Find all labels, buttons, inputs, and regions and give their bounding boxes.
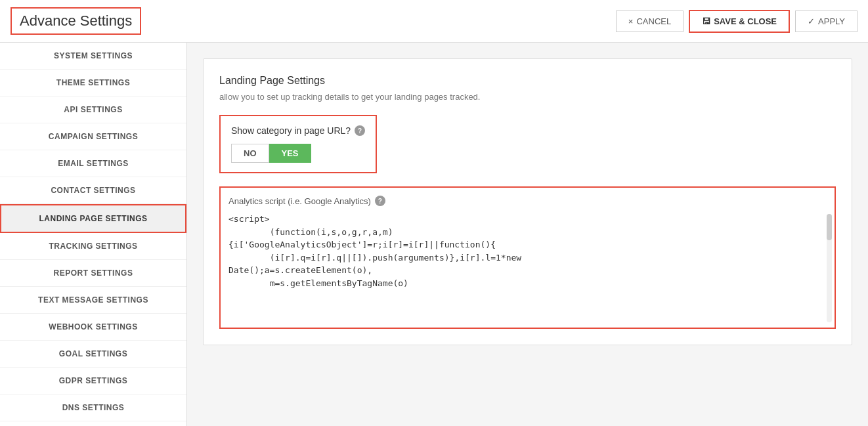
sidebar-item-campaign-settings[interactable]: CAMPAIGN SETTINGS <box>0 123 186 150</box>
apply-icon: ✓ <box>808 16 815 26</box>
sidebar-item-api-settings[interactable]: API SETTINGS <box>0 96 186 123</box>
sidebar-item-landing-page-settings[interactable]: LANDING PAGE SETTINGS <box>0 204 186 233</box>
sidebar-item-goal-settings[interactable]: GOAL SETTINGS <box>0 341 186 368</box>
sidebar-item-channel-frequency-setting[interactable]: CHANNEL FREQUENCY SETTING <box>0 421 186 426</box>
sidebar-item-email-settings[interactable]: EMAIL SETTINGS <box>0 150 186 177</box>
sidebar-item-gdpr-settings[interactable]: GDPR SETTINGS <box>0 368 186 394</box>
content-card-title: Landing Page Settings <box>219 75 836 87</box>
cancel-button[interactable]: × CANCEL <box>616 11 684 32</box>
sidebar-item-tracking-settings[interactable]: TRACKING SETTINGS <box>0 233 186 260</box>
sidebar-item-dns-settings[interactable]: DNS SETTINGS <box>0 394 186 421</box>
toggle-help-icon[interactable]: ? <box>355 125 365 136</box>
main-layout: SYSTEM SETTINGSTHEME SETTINGSAPI SETTING… <box>0 43 868 426</box>
sidebar-item-theme-settings[interactable]: THEME SETTINGS <box>0 70 186 96</box>
toggle-yes-button[interactable]: YES <box>269 144 311 163</box>
sidebar-item-webhook-settings[interactable]: WEBHOOK SETTINGS <box>0 314 186 341</box>
toggle-label: Show category in page URL? ? <box>231 125 365 136</box>
content-card-desc: allow you to set up tracking details to … <box>219 92 836 102</box>
cancel-icon: × <box>628 16 634 26</box>
main-content: Landing Page Settings allow you to set u… <box>187 43 868 426</box>
save-close-button[interactable]: 🖫 SAVE & CLOSE <box>689 10 790 33</box>
header: Advance Settings × CANCEL 🖫 SAVE & CLOSE… <box>0 0 868 43</box>
toggle-no-button[interactable]: NO <box>231 144 269 163</box>
sidebar-item-system-settings[interactable]: SYSTEM SETTINGS <box>0 43 186 70</box>
analytics-section: Analytics script (i.e. Google Analytics)… <box>219 186 836 329</box>
scrollbar-track <box>827 214 832 322</box>
sidebar-item-contact-settings[interactable]: CONTACT SETTINGS <box>0 177 186 204</box>
analytics-label: Analytics script (i.e. Google Analytics)… <box>228 196 827 206</box>
content-card: Landing Page Settings allow you to set u… <box>203 58 852 345</box>
toggle-buttons: NO YES <box>231 144 365 163</box>
sidebar: SYSTEM SETTINGSTHEME SETTINGSAPI SETTING… <box>0 43 187 426</box>
header-actions: × CANCEL 🖫 SAVE & CLOSE ✓ APPLY <box>616 10 857 33</box>
analytics-textarea[interactable] <box>228 213 827 318</box>
scrollbar-thumb <box>827 214 832 240</box>
toggle-section: Show category in page URL? ? NO YES <box>219 115 377 173</box>
sidebar-item-report-settings[interactable]: REPORT SETTINGS <box>0 260 186 287</box>
save-icon: 🖫 <box>702 16 710 26</box>
analytics-help-icon[interactable]: ? <box>375 196 385 206</box>
page-title: Advance Settings <box>11 7 141 35</box>
apply-button[interactable]: ✓ APPLY <box>795 11 857 32</box>
sidebar-item-text-message-settings[interactable]: TEXT MESSAGE SETTINGS <box>0 287 186 314</box>
